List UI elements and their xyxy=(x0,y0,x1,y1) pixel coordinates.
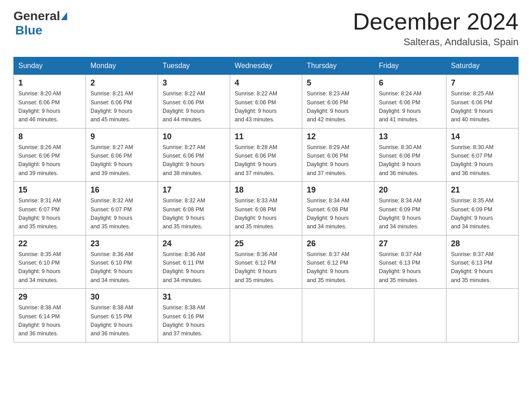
calendar-day-cell xyxy=(446,289,519,342)
calendar-day-cell: 6 Sunrise: 8:24 AM Sunset: 6:06 PM Dayli… xyxy=(374,75,446,128)
calendar-day-cell: 27 Sunrise: 8:37 AM Sunset: 6:13 PM Dayl… xyxy=(374,235,446,289)
calendar-week-row: 8 Sunrise: 8:26 AM Sunset: 6:06 PM Dayli… xyxy=(14,128,519,182)
day-info: Sunrise: 8:36 AM Sunset: 6:12 PM Dayligh… xyxy=(235,250,297,285)
calendar-day-cell: 21 Sunrise: 8:35 AM Sunset: 6:09 PM Dayl… xyxy=(446,182,519,235)
day-number: 25 xyxy=(235,239,297,248)
day-info: Sunrise: 8:32 AM Sunset: 6:08 PM Dayligh… xyxy=(163,197,225,231)
calendar-day-cell: 20 Sunrise: 8:34 AM Sunset: 6:09 PM Dayl… xyxy=(374,182,446,235)
calendar-day-cell: 16 Sunrise: 8:32 AM Sunset: 6:07 PM Dayl… xyxy=(86,182,158,235)
day-number: 5 xyxy=(307,78,369,88)
day-number: 19 xyxy=(307,185,369,195)
day-info: Sunrise: 8:20 AM Sunset: 6:06 PM Dayligh… xyxy=(18,90,81,124)
logo-general-text: General xyxy=(13,9,60,23)
day-info: Sunrise: 8:34 AM Sunset: 6:08 PM Dayligh… xyxy=(307,197,369,231)
day-number: 13 xyxy=(379,132,442,141)
calendar-day-cell: 24 Sunrise: 8:36 AM Sunset: 6:11 PM Dayl… xyxy=(158,235,230,289)
day-info: Sunrise: 8:30 AM Sunset: 6:06 PM Dayligh… xyxy=(379,143,442,178)
day-number: 17 xyxy=(163,185,225,195)
calendar-day-cell: 3 Sunrise: 8:22 AM Sunset: 6:06 PM Dayli… xyxy=(158,75,230,128)
logo-text: General xyxy=(13,9,68,23)
day-info: Sunrise: 8:33 AM Sunset: 6:08 PM Dayligh… xyxy=(235,197,297,231)
day-number: 20 xyxy=(379,185,442,195)
calendar-day-cell: 10 Sunrise: 8:27 AM Sunset: 6:06 PM Dayl… xyxy=(158,128,230,182)
calendar-week-row: 22 Sunrise: 8:35 AM Sunset: 6:10 PM Dayl… xyxy=(14,235,519,289)
calendar-day-cell: 4 Sunrise: 8:22 AM Sunset: 6:06 PM Dayli… xyxy=(230,75,302,128)
calendar-day-cell: 2 Sunrise: 8:21 AM Sunset: 6:06 PM Dayli… xyxy=(86,75,158,128)
day-info: Sunrise: 8:38 AM Sunset: 6:15 PM Dayligh… xyxy=(90,304,153,338)
calendar-day-cell: 7 Sunrise: 8:25 AM Sunset: 6:06 PM Dayli… xyxy=(446,75,519,128)
day-info: Sunrise: 8:21 AM Sunset: 6:06 PM Dayligh… xyxy=(90,90,153,124)
day-info: Sunrise: 8:37 AM Sunset: 6:13 PM Dayligh… xyxy=(451,250,514,285)
day-number: 4 xyxy=(235,78,297,88)
day-info: Sunrise: 8:38 AM Sunset: 6:14 PM Dayligh… xyxy=(18,304,81,338)
calendar-day-cell: 23 Sunrise: 8:36 AM Sunset: 6:10 PM Dayl… xyxy=(86,235,158,289)
day-info: Sunrise: 8:35 AM Sunset: 6:10 PM Dayligh… xyxy=(18,250,81,285)
calendar-day-cell: 26 Sunrise: 8:37 AM Sunset: 6:12 PM Dayl… xyxy=(302,235,374,289)
calendar-header-row: SundayMondayTuesdayWednesdayThursdayFrid… xyxy=(14,57,519,75)
day-number: 1 xyxy=(18,78,81,88)
day-number: 18 xyxy=(235,185,297,195)
day-number: 12 xyxy=(307,132,369,141)
day-number: 15 xyxy=(18,185,81,195)
day-number: 11 xyxy=(235,132,297,141)
day-number: 28 xyxy=(451,239,514,248)
calendar-day-cell: 29 Sunrise: 8:38 AM Sunset: 6:14 PM Dayl… xyxy=(14,289,86,342)
calendar-day-cell: 1 Sunrise: 8:20 AM Sunset: 6:06 PM Dayli… xyxy=(14,75,86,128)
day-number: 24 xyxy=(163,239,225,248)
day-of-week-header: Friday xyxy=(374,57,446,75)
logo-triangle-icon xyxy=(61,12,67,20)
day-number: 26 xyxy=(307,239,369,248)
day-info: Sunrise: 8:25 AM Sunset: 6:06 PM Dayligh… xyxy=(451,90,514,124)
calendar-day-cell: 11 Sunrise: 8:28 AM Sunset: 6:06 PM Dayl… xyxy=(230,128,302,182)
calendar-day-cell xyxy=(302,289,374,342)
calendar-week-row: 29 Sunrise: 8:38 AM Sunset: 6:14 PM Dayl… xyxy=(14,289,519,342)
day-info: Sunrise: 8:29 AM Sunset: 6:06 PM Dayligh… xyxy=(307,143,369,178)
calendar-day-cell: 30 Sunrise: 8:38 AM Sunset: 6:15 PM Dayl… xyxy=(86,289,158,342)
calendar-week-row: 1 Sunrise: 8:20 AM Sunset: 6:06 PM Dayli… xyxy=(14,75,519,128)
day-number: 31 xyxy=(163,292,225,302)
calendar-day-cell: 25 Sunrise: 8:36 AM Sunset: 6:12 PM Dayl… xyxy=(230,235,302,289)
day-number: 8 xyxy=(18,132,81,141)
day-number: 10 xyxy=(163,132,225,141)
day-info: Sunrise: 8:32 AM Sunset: 6:07 PM Dayligh… xyxy=(90,197,153,231)
day-info: Sunrise: 8:22 AM Sunset: 6:06 PM Dayligh… xyxy=(163,90,225,124)
day-info: Sunrise: 8:37 AM Sunset: 6:13 PM Dayligh… xyxy=(379,250,442,285)
logo-blue-text: Blue xyxy=(15,23,43,37)
day-of-week-header: Monday xyxy=(86,57,158,75)
calendar-day-cell: 9 Sunrise: 8:27 AM Sunset: 6:06 PM Dayli… xyxy=(86,128,158,182)
calendar-day-cell: 18 Sunrise: 8:33 AM Sunset: 6:08 PM Dayl… xyxy=(230,182,302,235)
calendar-day-cell: 28 Sunrise: 8:37 AM Sunset: 6:13 PM Dayl… xyxy=(446,235,519,289)
day-number: 21 xyxy=(451,185,514,195)
day-of-week-header: Saturday xyxy=(446,57,519,75)
day-number: 3 xyxy=(163,78,225,88)
day-of-week-header: Thursday xyxy=(302,57,374,75)
day-info: Sunrise: 8:36 AM Sunset: 6:10 PM Dayligh… xyxy=(90,250,153,285)
calendar-day-cell: 14 Sunrise: 8:30 AM Sunset: 6:07 PM Dayl… xyxy=(446,128,519,182)
day-info: Sunrise: 8:31 AM Sunset: 6:07 PM Dayligh… xyxy=(18,197,81,231)
day-number: 2 xyxy=(90,78,153,88)
logo: General Blue xyxy=(13,9,68,38)
day-info: Sunrise: 8:30 AM Sunset: 6:07 PM Dayligh… xyxy=(451,143,514,178)
day-of-week-header: Wednesday xyxy=(230,57,302,75)
month-title: December 2024 xyxy=(353,9,519,34)
calendar-day-cell xyxy=(374,289,446,342)
calendar-day-cell: 8 Sunrise: 8:26 AM Sunset: 6:06 PM Dayli… xyxy=(14,128,86,182)
day-info: Sunrise: 8:23 AM Sunset: 6:06 PM Dayligh… xyxy=(307,90,369,124)
title-section: December 2024 Salteras, Andalusia, Spain xyxy=(353,9,519,48)
calendar-day-cell: 5 Sunrise: 8:23 AM Sunset: 6:06 PM Dayli… xyxy=(302,75,374,128)
calendar-day-cell: 19 Sunrise: 8:34 AM Sunset: 6:08 PM Dayl… xyxy=(302,182,374,235)
calendar-day-cell: 22 Sunrise: 8:35 AM Sunset: 6:10 PM Dayl… xyxy=(14,235,86,289)
day-number: 14 xyxy=(451,132,514,141)
day-info: Sunrise: 8:27 AM Sunset: 6:06 PM Dayligh… xyxy=(90,143,153,178)
day-number: 16 xyxy=(90,185,153,195)
day-of-week-header: Tuesday xyxy=(158,57,230,75)
day-info: Sunrise: 8:35 AM Sunset: 6:09 PM Dayligh… xyxy=(451,197,514,231)
day-number: 29 xyxy=(18,292,81,302)
day-number: 23 xyxy=(90,239,153,248)
day-number: 6 xyxy=(379,78,442,88)
day-info: Sunrise: 8:24 AM Sunset: 6:06 PM Dayligh… xyxy=(379,90,442,124)
day-number: 27 xyxy=(379,239,442,248)
calendar-day-cell xyxy=(230,289,302,342)
calendar-day-cell: 12 Sunrise: 8:29 AM Sunset: 6:06 PM Dayl… xyxy=(302,128,374,182)
day-number: 22 xyxy=(18,239,81,248)
